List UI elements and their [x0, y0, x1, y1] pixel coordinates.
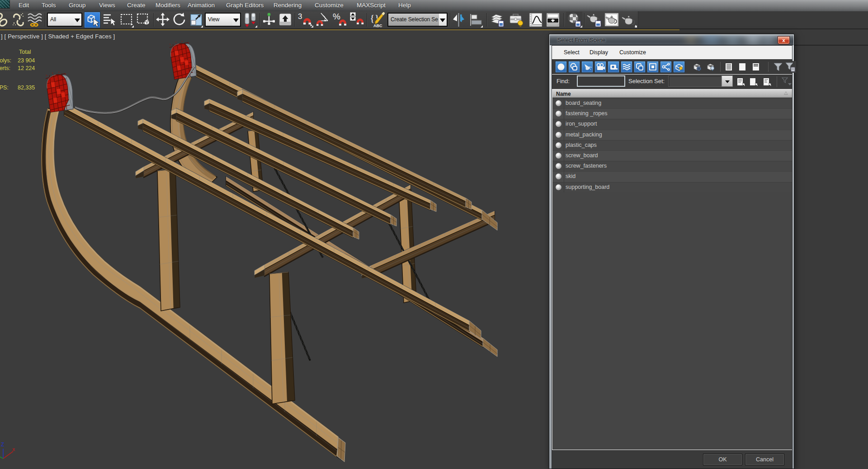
- ok-button[interactable]: OK: [703, 454, 742, 465]
- dialog-display-bone-objects-button[interactable]: [660, 61, 672, 73]
- menu-help[interactable]: Help: [398, 2, 411, 9]
- menu-animation[interactable]: Animation: [188, 2, 215, 9]
- find-input[interactable]: [577, 75, 625, 87]
- dialog-display-containers-button[interactable]: [673, 61, 685, 73]
- toolbar-render-production[interactable]: [620, 12, 637, 28]
- dialog-display-children-button[interactable]: [736, 61, 748, 73]
- menu-group[interactable]: Group: [69, 2, 86, 9]
- toolbar-select-and-move[interactable]: [155, 12, 170, 28]
- chevron-down-icon[interactable]: [232, 14, 240, 26]
- toolbar-unlink-selection[interactable]: [11, 12, 26, 28]
- toolbar-schematic-view[interactable]: [544, 12, 561, 28]
- dialog-select-by-set-button[interactable]: [780, 76, 792, 88]
- toolbar-manage-layers[interactable]: [489, 12, 506, 28]
- manage-layers-icon: [490, 12, 506, 28]
- display-xrefs-icon: [648, 62, 657, 71]
- toolbar-bind-to-space-warp[interactable]: [27, 12, 42, 28]
- toolbar-rendered-frame-window[interactable]: [603, 12, 620, 28]
- scene-object-row[interactable]: supporting_board: [552, 182, 792, 192]
- scene-object-row[interactable]: skid: [552, 171, 792, 182]
- menu-create[interactable]: Create: [127, 2, 146, 9]
- chevron-down-icon[interactable]: [439, 14, 447, 26]
- toolbar-select-and-manipulate[interactable]: [261, 12, 277, 28]
- toolbar-named-selection-set-combo[interactable]: Create Selection Se: [387, 13, 448, 27]
- menu-views[interactable]: Views: [99, 2, 115, 9]
- dialog-display-groups-button[interactable]: [634, 61, 646, 73]
- dialog-filter-button[interactable]: [772, 61, 784, 73]
- toolbar-select-by-name[interactable]: [102, 12, 117, 28]
- dialog-display-lights-button[interactable]: [581, 61, 593, 73]
- toolbar-percent-snap-toggle[interactable]: %: [331, 12, 349, 28]
- toolbar-select-and-rotate[interactable]: [171, 12, 187, 28]
- toolbar-material-editor[interactable]: [566, 12, 583, 28]
- dialog-display-cameras-button[interactable]: [594, 61, 606, 73]
- scene-object-row[interactable]: iron_support: [552, 119, 792, 129]
- toolbar-curve-editor[interactable]: [527, 12, 544, 28]
- cancel-button[interactable]: Cancel: [745, 454, 784, 465]
- dialog-display-list-types-button[interactable]: [723, 61, 735, 73]
- scene-object-row[interactable]: metal_packing: [552, 130, 792, 140]
- dialog-remove-selection-set-button[interactable]: [748, 76, 760, 88]
- dialog-create-new-selection-set-button[interactable]: [736, 76, 747, 88]
- select-by-name-icon: [102, 12, 117, 28]
- toolbar-edit-named-selection-sets[interactable]: {}ABC: [369, 12, 386, 28]
- dialog-menu-select[interactable]: Select: [564, 49, 580, 56]
- scene-object-name: plastic_caps: [566, 142, 597, 148]
- toolbar-separator: [45, 13, 46, 27]
- scene-object-row[interactable]: screw_board: [552, 150, 792, 161]
- chevron-down-icon[interactable]: [74, 14, 81, 26]
- dialog-close-button[interactable]: x: [778, 36, 790, 44]
- toolbar-selection-filter-combo[interactable]: All: [47, 13, 82, 27]
- dialog-display-frozen-objects-button[interactable]: [691, 61, 703, 73]
- dialog-add-to-selection-set-button[interactable]: [762, 76, 774, 88]
- menu-tools[interactable]: Tools: [42, 2, 56, 9]
- geometry-object-icon: [556, 100, 561, 106]
- dialog-display-space-warps-button[interactable]: [621, 61, 632, 73]
- dialog-menu-customize[interactable]: Customize: [619, 49, 646, 56]
- toolbar-coordinate-system-combo[interactable]: View: [205, 13, 241, 27]
- dialog-toolbar-underline: [552, 74, 792, 75]
- dialog-display-hidden-objects-button[interactable]: [705, 61, 717, 73]
- viewport-label[interactable]: ] [ Perspective ] [ Shaded + Edged Faces…: [1, 33, 115, 40]
- select-and-link-icon: [0, 12, 9, 28]
- toolbar-graphite-modeling-tools[interactable]: [508, 12, 525, 28]
- toolbar-align[interactable]: [468, 12, 483, 28]
- dialog-filter-combinations-button[interactable]: [784, 61, 796, 73]
- dialog-title-bar[interactable]: Select From Scene x: [550, 35, 793, 45]
- toolbar-render-setup[interactable]: [586, 12, 603, 28]
- menu-modifiers[interactable]: Modifiers: [156, 2, 180, 9]
- dialog-toolbar-separator: [720, 62, 721, 72]
- menu-rendering[interactable]: Rendering: [274, 2, 302, 9]
- dialog-display-influences-button[interactable]: [750, 61, 762, 73]
- toolbar-separator: [563, 13, 564, 27]
- selection-set-combo[interactable]: [668, 75, 722, 87]
- toolbar-select-object[interactable]: [84, 12, 100, 28]
- dialog-display-helpers-button[interactable]: [608, 61, 619, 73]
- dialog-menu-display[interactable]: Display: [590, 49, 608, 56]
- toolbar-mirror[interactable]: [452, 12, 467, 28]
- select-and-rotate-icon: [171, 12, 187, 28]
- toolbar-window-crossing-toggle[interactable]: [136, 12, 151, 28]
- scene-object-row[interactable]: screw_fasteners: [552, 161, 792, 171]
- scene-object-row[interactable]: plastic_caps: [552, 140, 792, 150]
- name-column-header[interactable]: Name: [552, 89, 792, 98]
- toolbar-rectangular-selection-region[interactable]: [119, 12, 134, 28]
- selection-set-dropdown-button[interactable]: [722, 75, 733, 87]
- dialog-display-shapes-button[interactable]: [568, 61, 580, 73]
- toolbar-select-and-scale[interactable]: [188, 12, 203, 28]
- menu-maxscript[interactable]: MAXScript: [357, 2, 386, 9]
- scene-object-row[interactable]: board_seating: [552, 98, 792, 108]
- scene-object-row[interactable]: fastening _ropes: [552, 108, 792, 119]
- menu-graph-editors[interactable]: Graph Editors: [226, 2, 264, 9]
- toolbar-angle-snap-toggle[interactable]: [315, 12, 332, 28]
- dialog-display-geometry-button[interactable]: [555, 61, 567, 73]
- toolbar-spinner-snap-toggle[interactable]: [348, 12, 365, 28]
- menu-edit[interactable]: Edit: [19, 2, 29, 9]
- menu-customize[interactable]: Customize: [315, 2, 344, 9]
- toolbar-select-and-link[interactable]: [0, 12, 9, 28]
- dialog-display-xrefs-button[interactable]: [647, 61, 659, 73]
- toolbar-snaps-toggle-3d[interactable]: 3: [297, 12, 314, 28]
- toolbar-use-pivot-point-center[interactable]: [242, 12, 258, 28]
- application-logo-icon[interactable]: [0, 0, 10, 9]
- toolbar-keyboard-shortcut-override-toggle[interactable]: [278, 12, 293, 28]
